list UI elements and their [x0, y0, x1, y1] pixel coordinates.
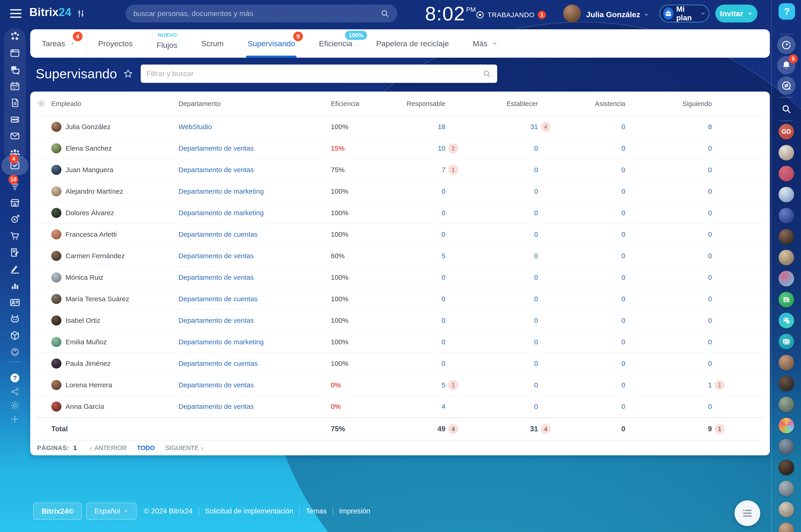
employee-name[interactable]: Juan Manguera — [66, 166, 113, 174]
employee-avatar[interactable] — [51, 165, 61, 175]
table-row[interactable]: Juan MangueraDepartamento de ventas75%71… — [37, 159, 763, 181]
value-following[interactable]: 0 — [708, 145, 712, 152]
sidebar-item-mail[interactable] — [0, 128, 30, 145]
employee-avatar[interactable] — [51, 294, 61, 304]
sidebar-item-signature[interactable] — [0, 261, 30, 278]
sidebar-item-chat-bubbles[interactable] — [0, 61, 30, 78]
rail-avatar-photo[interactable] — [779, 271, 794, 286]
value-following[interactable]: 0 — [708, 273, 712, 281]
department-link[interactable]: Departamento de ventas — [179, 403, 254, 410]
rail-avatar-photo[interactable] — [779, 166, 794, 181]
value-set[interactable]: 0 — [534, 145, 538, 152]
column-header-empleado[interactable]: Empleado — [51, 100, 179, 108]
table-row[interactable]: Emilia MuñozDepartamento de marketing100… — [37, 331, 763, 353]
column-header-asistencia[interactable]: Asistencia — [538, 100, 625, 108]
rail-avatar-photo[interactable] — [779, 250, 794, 265]
value-set[interactable]: 0 — [534, 273, 538, 281]
employee-avatar[interactable] — [51, 251, 61, 261]
department-link[interactable]: Departamento de ventas — [179, 273, 254, 281]
favorite-star-icon[interactable] — [123, 69, 133, 79]
value-responsible[interactable]: 5 — [441, 381, 445, 389]
value-set[interactable]: 0 — [534, 230, 538, 238]
employee-avatar[interactable] — [51, 337, 61, 347]
tab-eficiencia[interactable]: Eficiencia100% — [319, 29, 352, 58]
column-header-siguiendo[interactable]: Siguiendo — [625, 100, 712, 108]
rail-avatar-photo[interactable] — [779, 187, 794, 202]
department-link[interactable]: Departamento de marketing — [179, 209, 264, 216]
value-responsible[interactable]: 0 — [441, 295, 445, 303]
rail-search-icon[interactable] — [777, 100, 796, 118]
value-responsible[interactable]: 0 — [441, 338, 445, 346]
value-responsible[interactable]: 0 — [441, 230, 445, 238]
column-header-eficiencia[interactable]: Eficiencia — [331, 100, 415, 108]
table-settings-gear-icon[interactable] — [37, 99, 51, 108]
value-responsible[interactable]: 10 — [438, 145, 445, 152]
search-icon[interactable] — [380, 9, 389, 18]
value-total-responsible[interactable]: 49 — [438, 425, 445, 433]
my-plan-button[interactable]: Mi plan — [659, 4, 709, 22]
value-following[interactable]: 0 — [708, 338, 712, 346]
value-responsible[interactable]: 0 — [441, 273, 445, 281]
value-attendance[interactable]: 0 — [621, 381, 625, 389]
table-row[interactable]: Dolores ÁlvarezDepartamento de marketing… — [37, 202, 763, 224]
employee-name[interactable]: Emilia Muñoz — [66, 338, 107, 346]
value-total-attendance[interactable]: 0 — [621, 425, 625, 433]
prev-page-button[interactable]: ‹ANTERIOR — [87, 444, 126, 453]
department-link[interactable]: Departamento de cuentas — [179, 230, 257, 238]
value-following[interactable]: 0 — [708, 295, 712, 303]
department-link[interactable]: Departamento de ventas — [179, 381, 254, 389]
employee-avatar[interactable] — [51, 122, 61, 132]
rail-avatar-photo[interactable] — [779, 355, 794, 370]
main-menu-icon[interactable] — [10, 9, 21, 18]
quick-menu-fab[interactable] — [734, 500, 760, 526]
value-responsible[interactable]: 4 — [441, 403, 445, 411]
sidebar-item-chevron-down-circle[interactable] — [0, 344, 30, 361]
employee-avatar[interactable] — [51, 316, 61, 325]
invite-button[interactable]: Invitar — [715, 4, 758, 22]
tab-tareas[interactable]: Tareas4 — [42, 29, 75, 58]
table-row[interactable]: Julia GonzálezWebStudio100%1831408 — [37, 116, 763, 138]
rail-avatar-photo[interactable] — [779, 145, 794, 160]
value-set[interactable]: 0 — [534, 338, 538, 346]
value-set[interactable]: 0 — [534, 403, 538, 411]
value-following[interactable]: 0 — [708, 403, 712, 411]
rail-avatar-contact-card[interactable] — [779, 334, 794, 349]
value-attendance[interactable]: 0 — [621, 166, 625, 174]
department-link[interactable]: Departamento de cuentas — [179, 295, 257, 303]
all-pages-button[interactable]: TODO — [137, 444, 155, 452]
rail-avatar-photo[interactable] — [779, 439, 794, 454]
rail-avatar-feed-lines[interactable] — [779, 292, 794, 307]
value-attendance[interactable]: 0 — [621, 209, 625, 217]
rail-avatar-photo[interactable] — [779, 418, 794, 433]
workday-clock[interactable]: 8:02PM — [425, 2, 476, 25]
rail-avatar-photo[interactable] — [779, 522, 794, 532]
sidebar-item-store[interactable] — [0, 194, 30, 211]
tab-flujos[interactable]: NUEVOFlujos — [157, 29, 177, 58]
search-icon[interactable] — [483, 69, 491, 78]
value-attendance[interactable]: 0 — [621, 360, 625, 367]
value-following[interactable]: 0 — [708, 188, 712, 195]
department-link[interactable]: WebStudio — [179, 123, 212, 131]
sidebar-item-target[interactable] — [0, 211, 30, 228]
table-row[interactable]: Paula JiménezDepartamento de cuentas100%… — [37, 353, 763, 375]
employee-name[interactable]: Dolores Álvarez — [66, 209, 114, 217]
employee-name[interactable]: María Teresa Suárez — [66, 295, 129, 303]
department-link[interactable]: Departamento de ventas — [179, 145, 254, 152]
employee-name[interactable]: Elena Sanchez — [66, 145, 112, 152]
chevron-right-icon[interactable] — [70, 41, 75, 46]
logo-settings-icon[interactable] — [76, 9, 86, 18]
sidebar-item-box[interactable] — [0, 327, 30, 344]
employee-name[interactable]: Lorena Herrera — [66, 381, 112, 389]
department-link[interactable]: Departamento de ventas — [179, 252, 254, 260]
employee-name[interactable]: Paula Jiménez — [66, 360, 111, 367]
employee-avatar[interactable] — [51, 272, 61, 283]
value-set[interactable]: 0 — [534, 317, 538, 324]
rail-avatar-initials[interactable]: GD — [779, 124, 794, 139]
rail-avatar-photo[interactable] — [779, 376, 794, 391]
tab-proyectos[interactable]: Proyectos — [98, 29, 133, 58]
value-set[interactable]: 0 — [534, 209, 538, 217]
tab-mas[interactable]: Más — [473, 29, 497, 58]
column-header-responsable[interactable]: Responsable — [415, 100, 445, 108]
rail-avatar-photo[interactable] — [779, 208, 794, 224]
employee-name[interactable]: Francesca Arletti — [66, 230, 116, 238]
